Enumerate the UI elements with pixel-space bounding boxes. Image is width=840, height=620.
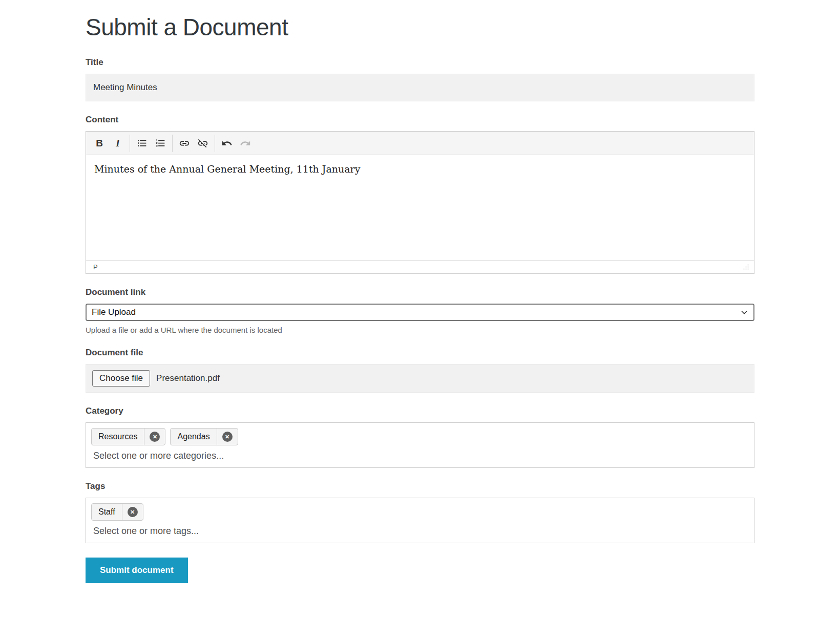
undo-icon xyxy=(221,138,233,149)
remove-chip-button[interactable]: ✕ xyxy=(122,504,143,520)
ordered-list-icon xyxy=(155,138,166,148)
editor-statusbar: P xyxy=(86,260,754,273)
document-link-help: Upload a file or add a URL where the doc… xyxy=(86,326,754,334)
category-chip: Resources ✕ xyxy=(91,428,165,445)
category-field-group: Category Resources ✕ Agendas ✕ Select on… xyxy=(86,406,754,468)
category-label: Category xyxy=(86,406,754,416)
element-path: P xyxy=(93,263,98,271)
tags-multiselect[interactable]: Staff ✕ Select one or more tags... xyxy=(86,498,754,543)
file-upload-area: Choose file Presentation.pdf xyxy=(86,364,754,393)
chip-label: Resources xyxy=(92,429,144,445)
toolbar-separator xyxy=(130,135,130,152)
undo-button[interactable] xyxy=(218,135,236,152)
content-label: Content xyxy=(86,115,754,125)
unordered-list-button[interactable] xyxy=(133,135,151,152)
ordered-list-button[interactable] xyxy=(151,135,170,152)
bold-icon: B xyxy=(96,138,103,149)
redo-button[interactable] xyxy=(236,135,255,152)
italic-icon: I xyxy=(116,138,119,149)
category-chip: Agendas ✕ xyxy=(170,428,238,445)
tags-field-group: Tags Staff ✕ Select one or more tags... xyxy=(86,481,754,543)
close-icon: ✕ xyxy=(128,507,138,517)
choose-file-button[interactable]: Choose file xyxy=(92,370,150,387)
unordered-list-icon xyxy=(137,138,148,148)
editor-toolbar: B I xyxy=(86,132,754,155)
selected-filename: Presentation.pdf xyxy=(156,373,220,383)
title-input[interactable] xyxy=(86,74,754,101)
toolbar-separator xyxy=(215,135,215,152)
editor-paragraph: Minutes of the Annual General Meeting, 1… xyxy=(94,162,746,177)
remove-chip-button[interactable]: ✕ xyxy=(217,429,238,445)
document-link-select[interactable]: File Upload xyxy=(86,304,754,321)
remove-chip-button[interactable]: ✕ xyxy=(144,429,165,445)
submit-document-page: Submit a Document Title Content B I xyxy=(0,0,840,604)
chip-label: Agendas xyxy=(171,429,216,445)
category-multiselect[interactable]: Resources ✕ Agendas ✕ Select one or more… xyxy=(86,422,754,468)
tags-chips: Staff ✕ xyxy=(91,503,749,521)
close-icon: ✕ xyxy=(150,432,160,442)
insert-link-icon xyxy=(179,138,190,149)
insert-link-button[interactable] xyxy=(175,135,194,152)
document-file-field-group: Document file Choose file Presentation.p… xyxy=(86,348,754,393)
remove-link-button[interactable] xyxy=(194,135,212,152)
content-field-group: Content B I xyxy=(86,115,754,274)
category-placeholder[interactable]: Select one or more categories... xyxy=(91,451,749,461)
tags-label: Tags xyxy=(86,481,754,491)
redo-icon xyxy=(240,138,251,149)
tag-chip: Staff ✕ xyxy=(91,503,143,521)
selected-option: File Upload xyxy=(92,307,136,317)
italic-button[interactable]: I xyxy=(109,135,127,152)
document-file-label: Document file xyxy=(86,348,754,358)
close-icon: ✕ xyxy=(222,432,233,442)
title-field-group: Title xyxy=(86,57,754,101)
bold-button[interactable]: B xyxy=(90,135,109,152)
chevron-down-icon xyxy=(740,308,748,316)
submit-document-button[interactable]: Submit document xyxy=(86,558,188,583)
tags-placeholder[interactable]: Select one or more tags... xyxy=(91,526,749,537)
page-title: Submit a Document xyxy=(86,13,754,41)
chip-label: Staff xyxy=(92,504,122,520)
document-link-label: Document link xyxy=(86,287,754,297)
title-label: Title xyxy=(86,57,754,68)
document-link-field-group: Document link File Upload Upload a file … xyxy=(86,287,754,334)
resize-grip-icon[interactable] xyxy=(743,264,749,270)
editor-content-area[interactable]: Minutes of the Annual General Meeting, 1… xyxy=(86,155,754,260)
category-chips: Resources ✕ Agendas ✕ xyxy=(91,428,749,445)
remove-link-icon xyxy=(197,138,208,149)
rich-text-editor: B I xyxy=(86,131,754,274)
toolbar-separator xyxy=(172,135,173,152)
